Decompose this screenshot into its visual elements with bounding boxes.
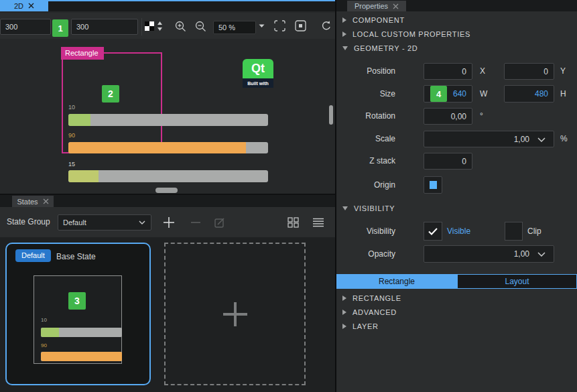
progress-bar[interactable] [68,142,268,153]
thumb-progress-bar [41,328,122,337]
unit-h: H [560,85,566,103]
zoom-out-icon[interactable] [194,20,206,32]
tab-2d-label: 2D [14,2,23,10]
subtab-layout[interactable]: Layout [457,274,577,289]
triangle-right-icon [342,296,346,301]
step-badge-4: 4 [430,86,447,102]
position-label: Position [336,63,395,80]
close-icon[interactable] [43,198,49,204]
chevron-down-icon[interactable] [537,137,546,142]
fit-selection-icon[interactable] [274,20,285,31]
list-view-icon[interactable] [311,216,326,228]
state-group-label: State Group [7,217,50,226]
progress-bar[interactable] [68,170,268,182]
properties-tabbar: Properties [336,0,577,11]
visible-checkbox-label: Visible [447,222,470,241]
vertical-scrollbar-thumb[interactable] [329,105,333,125]
horizontal-scrollbar-thumb[interactable] [155,188,178,193]
canvas-height-input[interactable]: 300 [71,19,138,35]
2d-tabbar: 2D [0,0,336,11]
clip-checkbox-label: Clip [527,222,541,241]
section-label: LAYER [352,322,379,330]
zoom-to-selection-icon[interactable] [295,20,306,31]
rotation-label: Rotation [336,108,395,125]
section-visibility[interactable]: VISIBILITY [336,203,577,214]
origin-picker[interactable] [424,176,442,194]
section-rectangle[interactable]: RECTANGLE [336,293,577,304]
states-tabbar: States [0,195,336,207]
canvas-height-value: 300 [76,23,88,31]
bar-value-label: 10 [68,104,75,111]
plus-icon [220,300,250,329]
edit-state-button[interactable] [212,215,228,230]
subtab-rectangle[interactable]: Rectangle [336,274,457,289]
qt-built-with-badge: Qt Built with [243,59,273,88]
section-label: COMPONENT [352,16,405,24]
section-geometry-2d[interactable]: GEOMETRY - 2D [336,43,577,54]
thumb-progress-bar [41,352,122,361]
scale-combobox[interactable]: 1,00 [424,131,554,147]
properties-panel: Properties COMPONENT LOCAL CUSTOM PROPER… [336,0,577,392]
triangle-right-icon [342,31,346,37]
2d-toolbar: 300 1 300 50 % [0,13,336,39]
add-state-dropzone[interactable] [164,243,306,385]
close-icon[interactable] [393,3,399,9]
section-layer[interactable]: LAYER [336,321,577,332]
reload-icon[interactable] [320,20,332,32]
size-height-input[interactable]: 480 [504,85,554,103]
chevron-down-icon[interactable] [537,252,546,257]
tab-2d[interactable]: 2D [0,0,48,11]
spinner-arrows-icon[interactable] [157,21,163,31]
unit-degrees: ° [480,108,483,125]
tab-properties[interactable]: Properties [347,1,406,11]
accent-line [0,0,336,1]
zoom-dropdown-caret-icon[interactable] [259,24,265,28]
position-y-input[interactable]: 0 [504,63,554,80]
clip-checkbox[interactable] [505,222,523,241]
state-name-label: Base State [56,252,96,261]
state-card-base[interactable]: Default Base State 3 10 90 [5,243,151,385]
size-label: Size [336,85,395,103]
section-component[interactable]: COMPONENT [336,15,577,25]
scale-label: Scale [336,131,395,147]
state-thumbnail[interactable]: 3 10 90 [34,275,122,364]
chevron-down-icon [139,220,145,224]
opacity-combobox[interactable]: 1,00 [424,245,554,263]
triangle-down-icon [342,206,348,210]
progress-bar-fill [68,170,99,182]
tab-properties-label: Properties [355,2,388,10]
position-x-input[interactable]: 0 [424,63,472,80]
rotation-input[interactable]: 0,00 [424,108,472,125]
background-color-icon[interactable] [145,21,154,31]
state-default-badge: Default [15,249,51,262]
qt-caption: Built with [243,78,273,88]
close-icon[interactable] [28,3,34,9]
zoom-in-icon[interactable] [174,20,186,32]
states-toolbar: State Group Default [0,207,336,237]
bar-value-label: 15 [68,161,75,168]
section-label: GEOMETRY - 2D [354,44,418,52]
canvas-width-input[interactable]: 300 [0,19,51,35]
zoom-level-combobox[interactable]: 50 % [213,21,256,34]
z-stack-label: Z stack [336,153,395,170]
section-label: LOCAL CUSTOM PROPERTIES [352,30,470,38]
progress-bar[interactable] [68,114,268,126]
bar-value-label: 90 [68,132,75,139]
2d-canvas[interactable]: Rectangle 2 Qt Built with 10 90 15 [0,39,336,194]
state-group-value: Default [63,218,86,226]
state-group-dropdown[interactable]: Default [58,214,151,231]
tab-states[interactable]: States [12,196,54,207]
progress-bar-fill [68,142,246,153]
add-state-button[interactable] [161,216,177,229]
section-local-custom-properties[interactable]: LOCAL CUSTOM PROPERTIES [336,29,577,40]
thumb-bar-value-label: 10 [41,317,47,323]
visible-checkbox[interactable] [424,222,442,241]
step-badge-2: 2 [102,85,119,103]
tab-states-label: States [17,198,38,206]
z-stack-input[interactable]: 0 [424,153,472,170]
remove-state-button[interactable] [188,216,204,229]
section-advanced[interactable]: ADVANCED [336,307,577,318]
section-label: RECTANGLE [352,294,401,302]
grid-view-icon[interactable] [285,216,300,229]
unit-percent: % [560,131,568,147]
